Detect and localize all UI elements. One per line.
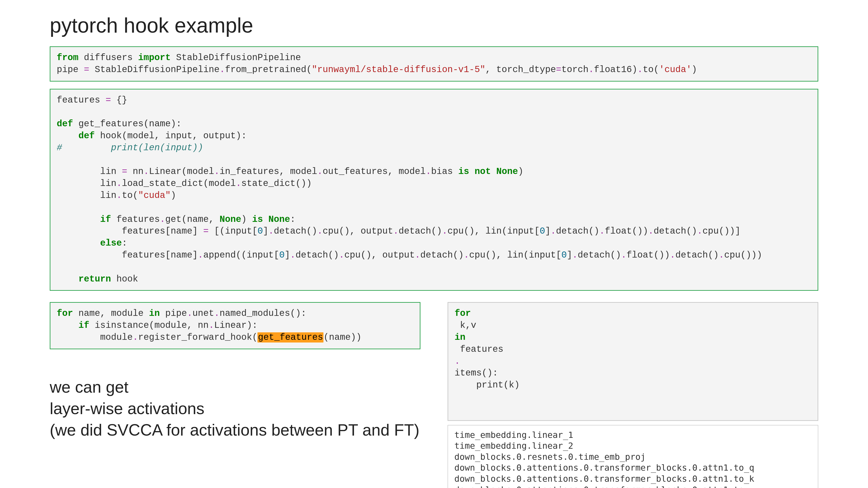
highlighted-get-features: get_features <box>257 332 323 343</box>
caption-line-2: layer-wise activations <box>50 398 421 419</box>
kw-from: from <box>57 53 79 63</box>
output-line: down_blocks.0.attentions.0.transformer_b… <box>454 485 754 488</box>
code-block-print: for k,v in features.items(): print(k) <box>447 302 818 421</box>
caption: we can get layer-wise activations (we di… <box>50 377 421 441</box>
output-line: time_embedding.linear_1 <box>454 430 573 440</box>
output-line: time_embedding.linear_2 <box>454 441 573 451</box>
kw-import: import <box>138 53 170 63</box>
output-block: time_embedding.linear_1 time_embedding.l… <box>447 425 818 488</box>
slide-title: pytorch hook example <box>50 13 818 37</box>
code-block-hook: features = {} def get_features(name): de… <box>50 89 818 291</box>
code-block-register: for name, module in pipe.unet.named_modu… <box>50 302 421 349</box>
code-block-import: from diffusers import StableDiffusionPip… <box>50 46 818 82</box>
output-line: down_blocks.0.resnets.0.time_emb_proj <box>454 452 646 462</box>
slide: pytorch hook example from diffusers impo… <box>0 0 868 488</box>
output-line: down_blocks.0.attentions.0.transformer_b… <box>454 463 754 473</box>
output-line: down_blocks.0.attentions.0.transformer_b… <box>454 474 754 484</box>
caption-line-3: (we did SVCCA for activations between PT… <box>50 419 421 441</box>
caption-line-1: we can get <box>50 377 421 398</box>
